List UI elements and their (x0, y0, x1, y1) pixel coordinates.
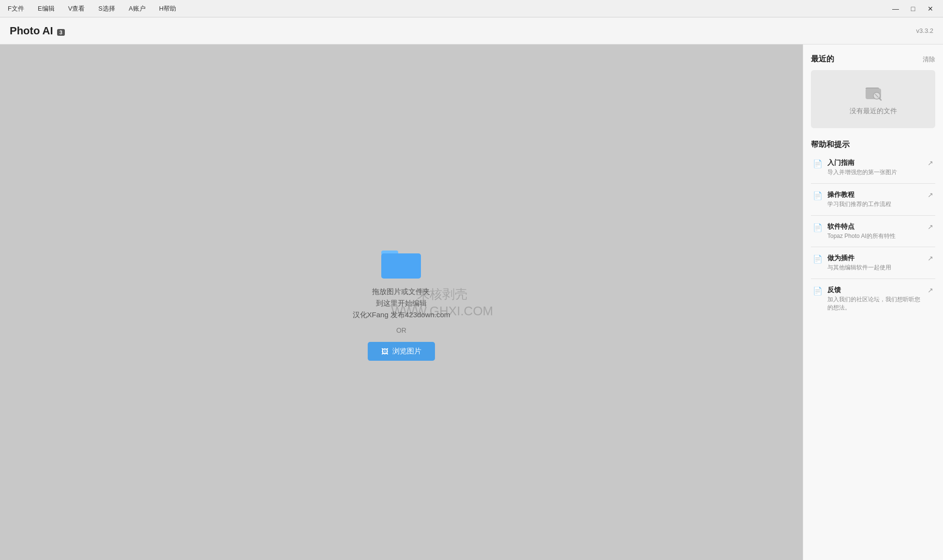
title-bar: F文件E编辑V查看S选择A账户H帮助 — □ ✕ (0, 0, 943, 17)
help-item-1[interactable]: 📄 操作教程 学习我们推荐的工作流程 ↗ (811, 184, 935, 216)
drop-zone[interactable]: 拖放图片或文件夹 到这里开始编辑 汉化XFang 发布423down.com O… (0, 44, 803, 560)
help-item-subtitle-2: Topaz Photo AI的所有特性 (827, 232, 923, 240)
help-item-title-3: 做为插件 (827, 254, 923, 263)
menu-item-view[interactable]: V查看 (66, 2, 87, 15)
help-item-subtitle-0: 导入并增强您的第一张图片 (827, 168, 923, 177)
help-item-title-1: 操作教程 (827, 191, 923, 199)
drop-zone-content: 拖放图片或文件夹 到这里开始编辑 汉化XFang 发布423down.com O… (353, 244, 450, 361)
minimize-button[interactable]: — (889, 4, 902, 14)
menu-item-help[interactable]: H帮助 (157, 2, 178, 15)
app-version: v3.3.2 (916, 27, 933, 34)
help-item-title-2: 软件特点 (827, 222, 923, 231)
app-bar: Photo AI 3 v3.3.2 (0, 17, 943, 44)
no-files-icon (864, 83, 883, 102)
help-section-title: 帮助和提示 (811, 140, 935, 150)
maximize-button[interactable]: □ (906, 4, 920, 14)
folder-icon (379, 244, 423, 280)
recent-placeholder: 没有最近的文件 (811, 70, 935, 128)
menu-item-select[interactable]: S选择 (96, 2, 117, 15)
recent-title: 最近的 (811, 54, 834, 64)
help-item-subtitle-3: 与其他编辑软件一起使用 (827, 264, 923, 272)
version-badge: 3 (57, 29, 65, 36)
help-item-doc-icon-0: 📄 (813, 159, 823, 168)
app-title-area: Photo AI 3 (10, 25, 65, 37)
help-item-link-icon-0[interactable]: ↗ (928, 159, 933, 167)
no-recent-text: 没有最近的文件 (850, 107, 897, 116)
help-item-title-4: 反馈 (827, 286, 923, 295)
help-item-subtitle-1: 学习我们推荐的工作流程 (827, 200, 923, 208)
clear-button[interactable]: 清除 (923, 55, 935, 64)
help-item-link-icon-3[interactable]: ↗ (928, 254, 933, 262)
close-button[interactable]: ✕ (924, 4, 937, 14)
menu-item-account[interactable]: A账户 (127, 2, 148, 15)
help-item-title-0: 入门指南 (827, 159, 923, 167)
menu-item-edit[interactable]: E编辑 (36, 2, 57, 15)
help-item-link-icon-4[interactable]: ↗ (928, 286, 933, 294)
help-item-3[interactable]: 📄 做为插件 与其他编辑软件一起使用 ↗ (811, 247, 935, 279)
browse-icon: 🖼 (381, 347, 389, 355)
menu-bar: F文件E编辑V查看S选择A账户H帮助 (6, 2, 178, 15)
help-items-list: 📄 入门指南 导入并增强您的第一张图片 ↗ 📄 操作教程 学习我们推荐的工作流程… (811, 152, 935, 319)
window-controls: — □ ✕ (889, 4, 937, 14)
help-item-doc-icon-1: 📄 (813, 191, 823, 200)
menu-item-file[interactable]: F文件 (6, 2, 26, 15)
help-item-0[interactable]: 📄 入门指南 导入并增强您的第一张图片 ↗ (811, 152, 935, 184)
help-item-doc-icon-4: 📄 (813, 286, 823, 295)
help-item-4[interactable]: 📄 反馈 加入我们的社区论坛，我们想听听您的想法。 ↗ (811, 279, 935, 319)
help-item-2[interactable]: 📄 软件特点 Topaz Photo AI的所有特性 ↗ (811, 216, 935, 248)
svg-line-5 (879, 98, 881, 100)
right-panel: 最近的 清除 没有最近的文件 帮助和提示 📄 入门指南 导入并增强您的第一张图片… (803, 44, 943, 560)
or-separator: OR (396, 326, 406, 334)
help-item-doc-icon-3: 📄 (813, 254, 823, 264)
recent-section-header: 最近的 清除 (811, 54, 935, 64)
help-item-subtitle-4: 加入我们的社区论坛，我们想听听您的想法。 (827, 295, 923, 312)
browse-button[interactable]: 🖼 浏览图片 (368, 342, 435, 361)
main-content: 拖放图片或文件夹 到这里开始编辑 汉化XFang 发布423down.com O… (0, 44, 943, 560)
help-item-doc-icon-2: 📄 (813, 223, 823, 232)
app-title: Photo AI (10, 25, 53, 37)
help-item-link-icon-2[interactable]: ↗ (928, 223, 933, 231)
svg-rect-1 (381, 253, 421, 279)
drop-text: 拖放图片或文件夹 到这里开始编辑 汉化XFang 发布423down.com (353, 286, 450, 321)
help-item-link-icon-1[interactable]: ↗ (928, 191, 933, 199)
